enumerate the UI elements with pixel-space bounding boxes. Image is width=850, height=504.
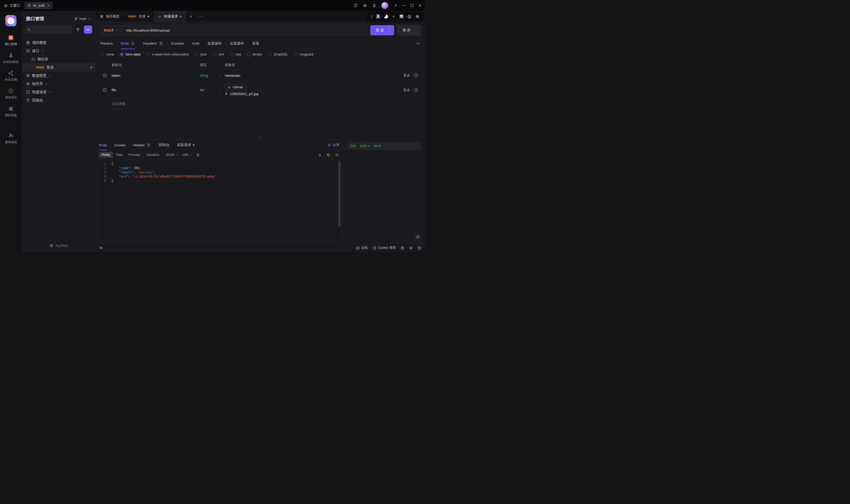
close-window-tab-icon[interactable]: × <box>47 3 50 7</box>
editor-scrollbar[interactable] <box>338 161 340 227</box>
save-button[interactable]: 保 存 <box>397 25 421 35</box>
chevron-down-icon[interactable] <box>416 29 421 32</box>
activitybar-request-history[interactable]: 请求历史 <box>0 85 22 103</box>
mode-raw[interactable]: Raw <box>113 152 125 158</box>
main-window-button[interactable]: 主窗口 <box>4 3 20 8</box>
activitybar-invite-members[interactable]: 邀请成员 <box>0 130 22 147</box>
search-input[interactable] <box>32 28 69 32</box>
tab-pre-operations[interactable]: 前置操作 <box>208 38 222 49</box>
add-param-row[interactable]: 添加参数 <box>100 98 421 109</box>
enabled-check-icon[interactable] <box>103 73 107 77</box>
new-tab-button[interactable]: + <box>186 11 195 22</box>
pin-icon[interactable] <box>393 3 397 7</box>
bell-icon[interactable] <box>372 3 376 8</box>
share-button[interactable]: 分享 <box>327 143 341 147</box>
response-tab-cookie[interactable]: Cookie <box>114 140 126 150</box>
refresh-icon[interactable] <box>354 3 358 8</box>
sparkle-icon[interactable] <box>392 15 395 18</box>
enabled-check-icon[interactable] <box>103 88 107 92</box>
param-name[interactable]: file <box>111 88 200 92</box>
layout-toggle-button[interactable] <box>414 233 421 240</box>
tree-item-trash[interactable]: 回收站 <box>22 96 95 104</box>
more-tabs-button[interactable]: ⋯ <box>195 11 205 22</box>
body-type-form-data[interactable]: form-data <box>120 52 141 56</box>
upload-button[interactable]: Upload <box>225 84 246 90</box>
ime-drag-handle-icon[interactable] <box>371 14 372 19</box>
dark-mode-moon-icon[interactable] <box>384 15 388 19</box>
tree-item-quick-request[interactable]: 快捷请求 <box>22 88 95 96</box>
param-type-select[interactable]: string <box>200 74 225 77</box>
back-to-top-icon[interactable] <box>401 246 404 250</box>
param-type-select[interactable]: file <box>200 88 225 92</box>
ime-settings-gear-icon[interactable] <box>415 15 420 19</box>
avatar[interactable] <box>382 2 388 9</box>
remove-row-icon[interactable] <box>414 88 418 92</box>
tree-item-data-models[interactable]: 数据模型 <box>22 71 95 80</box>
body-type-graphql[interactable]: GraphQL <box>268 52 288 56</box>
help-icon[interactable] <box>418 246 421 250</box>
search-icon[interactable] <box>335 153 339 157</box>
tab-settings[interactable]: 设置 <box>252 38 259 49</box>
activitybar-api-management[interactable]: 接口管理 <box>0 32 22 49</box>
response-tab-actual-request[interactable]: 实际请求 <box>177 140 194 150</box>
online-status[interactable]: 在线 <box>356 246 368 250</box>
mode-pretty[interactable]: Pretty <box>99 152 113 158</box>
body-type-xml[interactable]: xml <box>213 52 224 56</box>
collapse-sidebar-icon[interactable] <box>99 246 103 250</box>
body-type-none[interactable]: none <box>101 52 114 56</box>
body-type-raw[interactable]: raw <box>230 52 241 56</box>
method-select[interactable]: POST <box>100 29 122 32</box>
tab-body[interactable]: Body 2 <box>121 38 136 49</box>
ime-simplified-label[interactable]: 简 <box>400 14 404 19</box>
ime-english-label[interactable]: 英 <box>376 14 380 19</box>
body-type-json[interactable]: json <box>195 52 207 56</box>
add-button[interactable] <box>84 25 92 34</box>
send-button[interactable]: 发 送 <box>370 25 394 35</box>
param-value[interactable]: meowrain <box>225 74 241 77</box>
doc-tab-login[interactable]: POST 登录 <box>124 11 154 22</box>
response-tab-console[interactable]: 控制台 <box>159 140 170 150</box>
copy-icon[interactable] <box>326 153 331 157</box>
param-name[interactable]: token <box>111 74 200 77</box>
close-window-button[interactable]: × <box>419 3 421 8</box>
splitter-handle[interactable]: ⋯ <box>258 134 263 139</box>
format-select[interactable]: JSON <box>166 153 179 157</box>
tree-item-component-library[interactable]: 组件库 <box>22 80 95 88</box>
window-tab-im-auth[interactable]: im_auth × <box>24 2 53 9</box>
doc-tab-quick-request[interactable]: 快捷请求 <box>154 11 186 22</box>
feedback-icon[interactable] <box>409 246 413 250</box>
branch-selector[interactable]: main <box>74 17 91 21</box>
remove-row-icon[interactable] <box>414 73 418 77</box>
tab-headers[interactable]: Headers 9 <box>143 38 163 49</box>
apifox-logo[interactable] <box>5 15 16 26</box>
tree-item-root-folder[interactable]: 根目录 <box>22 55 95 63</box>
encoding-select[interactable]: utf8 <box>182 153 192 157</box>
url-input[interactable] <box>123 29 367 32</box>
gear-icon[interactable] <box>363 3 367 8</box>
mode-visualize[interactable]: Visualize <box>143 152 162 158</box>
body-type-binary[interactable]: binary <box>247 52 262 56</box>
cookie-manager[interactable]: Cookie 管理 <box>373 246 396 250</box>
smiley-icon[interactable] <box>407 15 411 19</box>
response-body-editor[interactable]: 1 2 3 4 5 { "code": 200, "result": "succ… <box>99 160 341 241</box>
maximize-button[interactable] <box>411 4 413 7</box>
tab-params[interactable]: Params <box>101 38 113 49</box>
chevron-down-icon[interactable] <box>389 29 394 32</box>
mode-preview[interactable]: Preview <box>126 152 143 158</box>
doc-tab-project-overview[interactable]: 项目概览 <box>95 11 124 22</box>
code-view-icon[interactable] <box>416 41 420 46</box>
response-tab-header[interactable]: Header 3 <box>133 140 151 150</box>
activitybar-project-settings[interactable]: 项目设置 <box>0 103 22 121</box>
tree-item-project-overview[interactable]: 项目概览 <box>22 38 95 47</box>
more-link[interactable]: 更多 <box>403 73 410 78</box>
activitybar-share-docs[interactable]: 分享文档 <box>0 67 22 85</box>
tab-cookies[interactable]: Cookies <box>171 38 184 49</box>
word-wrap-icon[interactable] <box>196 153 200 157</box>
body-type-urlencoded[interactable]: x-www-form-urlencoded <box>146 52 189 56</box>
response-tab-body[interactable]: Body <box>99 140 107 150</box>
activitybar-automated-testing[interactable]: 自动化测试 <box>0 49 22 67</box>
tab-auth[interactable]: Auth <box>192 38 199 49</box>
tree-item-apis[interactable]: 接口 <box>22 47 95 55</box>
search-box[interactable] <box>25 25 72 34</box>
tree-item-login-api[interactable]: POST 登录 <box>22 63 95 71</box>
